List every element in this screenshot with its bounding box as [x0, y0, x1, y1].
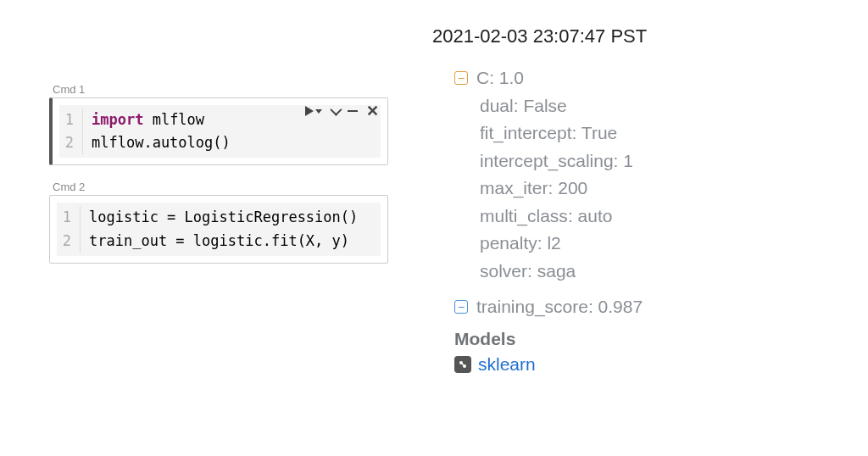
model-row: sklearn [432, 354, 831, 375]
param-row: fit_intercept: True [432, 120, 831, 147]
minus-icon [348, 110, 358, 113]
code-text: mlflow.autolog() [83, 131, 231, 154]
code-cell[interactable]: ✕ 1 import mlflow 2 mlflow.autolog() [49, 97, 388, 165]
code-line: 2 mlflow.autolog() [59, 131, 381, 154]
param-row: max_iter: 200 [432, 175, 831, 203]
code-text: import mlflow [83, 108, 204, 131]
minimize-cell-button[interactable] [348, 110, 358, 113]
model-link[interactable]: sklearn [478, 354, 536, 375]
param-row: penalty: l2 [432, 230, 831, 258]
parameters-block: − C: 1.0 dual: False fit_intercept: True… [432, 64, 831, 285]
chevron-down-icon [330, 104, 342, 116]
code-line: 2 train_out = logistic.fit(X, y) [57, 230, 381, 253]
param-row: solver: saga [432, 258, 831, 286]
line-number: 1 [59, 108, 83, 131]
param-row: dual: False [432, 92, 831, 120]
models-heading: Models [432, 329, 831, 349]
param-text: C: 1.0 [476, 64, 524, 92]
code-editor[interactable]: 1 logistic = LogisticRegression() 2 trai… [57, 203, 381, 255]
code-text: train_out = logistic.fit(X, y) [81, 230, 349, 253]
line-number: 1 [57, 206, 81, 229]
cell-1-wrapper: Cmd 1 ✕ 1 import mlflow 2 mlflow.autolog… [49, 83, 388, 165]
param-row: − C: 1.0 [432, 64, 831, 92]
cell-toolbar: ✕ [305, 103, 379, 119]
code-line: 1 logistic = LogisticRegression() [57, 206, 381, 229]
collapse-toggle-icon[interactable]: − [454, 71, 468, 85]
code-text: logistic = LogisticRegression() [81, 206, 358, 229]
cell-label: Cmd 2 [49, 181, 388, 193]
delete-cell-button[interactable]: ✕ [366, 103, 379, 119]
run-details-panel: 2021-02-03 23:07:47 PST − C: 1.0 dual: F… [432, 25, 831, 375]
collapse-toggle-icon[interactable]: − [454, 300, 468, 314]
code-cell[interactable]: 1 logistic = LogisticRegression() 2 trai… [49, 195, 388, 263]
svg-line-2 [461, 363, 465, 366]
metric-row: − training_score: 0.987 [432, 297, 831, 317]
param-row: multi_class: auto [432, 203, 831, 231]
play-icon [305, 106, 314, 116]
cell-label: Cmd 1 [49, 83, 388, 96]
model-icon [454, 356, 471, 373]
notebook-cells: Cmd 1 ✕ 1 import mlflow 2 mlflow.autolog… [49, 83, 388, 279]
line-number: 2 [59, 131, 83, 154]
run-cell-button[interactable] [305, 106, 322, 116]
line-number: 2 [57, 230, 81, 253]
expand-cell-button[interactable] [331, 107, 339, 115]
metric-text: training_score: 0.987 [476, 297, 643, 317]
run-timestamp: 2021-02-03 23:07:47 PST [432, 25, 831, 47]
cell-2-wrapper: Cmd 2 1 logistic = LogisticRegression() … [49, 181, 388, 263]
caret-down-icon [315, 109, 322, 114]
param-row: intercept_scaling: 1 [432, 147, 831, 175]
